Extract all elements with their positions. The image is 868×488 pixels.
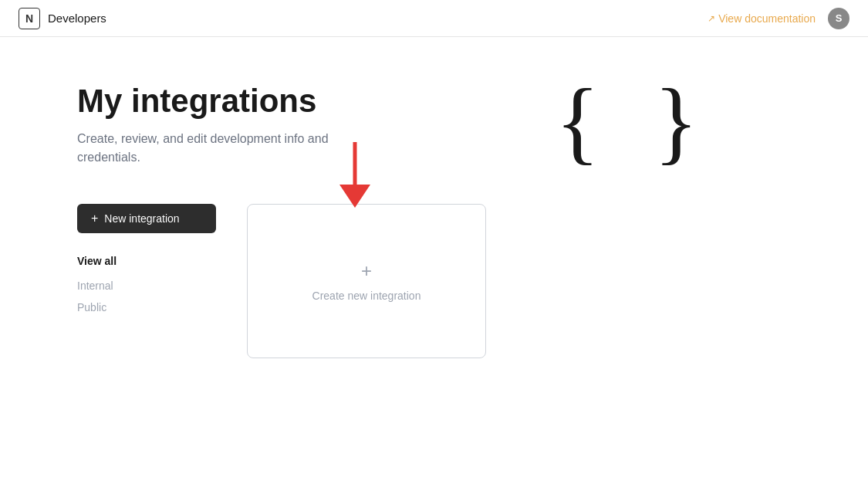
view-documentation-link[interactable]: ↗ View documentation	[708, 12, 816, 25]
nav-section: View all Internal Public	[77, 252, 216, 317]
notion-logo-icon: N	[19, 8, 40, 29]
header-right: ↗ View documentation S	[708, 8, 849, 29]
new-integration-label: New integration	[104, 212, 179, 225]
header-left: N Developers	[19, 8, 106, 29]
header: N Developers ↗ View documentation S	[0, 0, 868, 37]
create-new-integration-card[interactable]: + Create new integration	[247, 204, 486, 358]
external-link-icon: ↗	[708, 13, 715, 24]
create-card-label: Create new integration	[312, 290, 421, 302]
bottom-section: + New integration View all Internal Publ…	[77, 204, 791, 358]
svg-marker-1	[339, 185, 370, 208]
content-area: + Create new integration	[247, 204, 791, 358]
red-arrow-indicator	[332, 142, 378, 215]
card-plus-icon: +	[361, 260, 372, 282]
plus-icon: +	[91, 212, 98, 225]
main-content: { } My integrations Create, review, and …	[0, 37, 868, 405]
view-docs-label: View documentation	[718, 12, 816, 25]
view-all-label[interactable]: View all	[77, 252, 216, 270]
header-title: Developers	[48, 12, 106, 25]
sidebar-item-public[interactable]: Public	[77, 298, 216, 317]
sidebar-item-internal[interactable]: Internal	[77, 276, 216, 295]
curly-braces-decoration: { }	[556, 76, 714, 168]
user-avatar[interactable]: S	[828, 8, 849, 29]
new-integration-button[interactable]: + New integration	[77, 204, 216, 233]
sidebar: + New integration View all Internal Publ…	[77, 204, 216, 317]
